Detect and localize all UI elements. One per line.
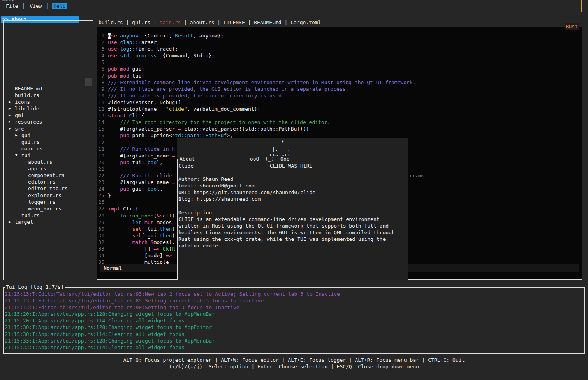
line-number: 9	[98, 86, 104, 92]
code-line: 4use std::process::{Command, Stdio};	[98, 52, 581, 59]
tab-main-rs[interactable]: main.rs	[160, 19, 181, 26]
tree-item-label: src	[15, 125, 24, 132]
line-number: 26	[98, 199, 104, 205]
line-number: 13	[98, 112, 104, 119]
tree-item-label: icons	[15, 99, 30, 105]
tree-item-label: main.rs	[21, 145, 43, 152]
chevron-right-icon: ▶	[9, 219, 15, 225]
tree-item-build-rs[interactable]: build.rs	[4, 92, 92, 99]
tree-item-tui-rs[interactable]: tui.rs	[4, 212, 92, 219]
code-text: #[arg(value_parser = clap::value_parser!…	[108, 125, 309, 132]
log-entry: 21:15:33:I:App:src/tui/app.rs:128:Changi…	[5, 338, 584, 344]
code-line: 12#[structopt(name = "clide", verbatim_d…	[98, 106, 581, 112]
code-text: use clap::Parser;	[108, 39, 160, 46]
code-text: impl Cli {	[108, 205, 138, 212]
clide-tui-app: { "colors": { "app_background": "#262626…	[0, 0, 588, 380]
tree-item-main-rs[interactable]: main.rs	[4, 145, 92, 152]
line-number: 1	[98, 32, 104, 39]
menu-item-label: Help	[53, 3, 65, 9]
menu-items: File│View│Help	[4, 3, 67, 9]
code-text: self.gui.then(	[108, 232, 175, 239]
tree-item-menu-bar-rs[interactable]: menu_bar.rs	[4, 205, 92, 212]
tree-item-label: explorer.rs	[28, 192, 62, 199]
menu-item-view[interactable]: View	[28, 3, 43, 9]
tree-item-src[interactable]: ▼src	[4, 125, 92, 132]
tree-item-label: resources	[15, 118, 42, 125]
code-line: 14 /// The root directory for the projec…	[98, 119, 581, 125]
tree-item-target[interactable]: ▶target	[4, 219, 92, 225]
about-popup-title: About	[179, 156, 195, 162]
line-number: 34	[98, 252, 104, 259]
tree-item-app-rs[interactable]: app.rs	[4, 165, 92, 172]
code-text: #[derive(Parser, Debug)]	[108, 99, 181, 106]
tree-item-icons[interactable]: ▶icons	[4, 99, 92, 105]
tree-item-component-rs[interactable]: component.rs	[4, 172, 92, 179]
tree-item-label: gui	[21, 132, 30, 139]
tree-item-about-rs[interactable]: about.rs	[4, 159, 92, 165]
code-text: pub tui: bool,	[108, 159, 163, 166]
line-number: 20	[98, 159, 104, 166]
line-number: 25	[98, 192, 104, 199]
tree-item-gui-rs[interactable]: gui.rs	[4, 139, 92, 145]
tree-item-qml[interactable]: ▶qml	[4, 112, 92, 118]
tab-readme-md[interactable]: README.md	[254, 19, 281, 26]
log-entry: 21:15:20:I:App:src/tui/app.rs:114:Cleari…	[5, 317, 584, 324]
tree-item-label: about.rs	[28, 159, 53, 165]
code-line: 10/// If no path is provided, the curren…	[98, 92, 581, 99]
tab-license[interactable]: LICENSE	[224, 19, 245, 26]
tree-item-label: build.rs	[15, 92, 39, 99]
code-line: 15 #[arg(value_parser = clap::value_pars…	[98, 125, 581, 132]
editor-mode-indicator: Normal	[104, 265, 122, 271]
tree-item-label: gui.rs	[21, 139, 40, 145]
line-number: 17	[98, 139, 104, 146]
code-line: 16 pub path: Option<std::path::PathBuf>,	[98, 132, 581, 139]
code-line: 7pub mod tui;	[98, 72, 581, 79]
chevron-right-icon: ▶	[9, 112, 15, 118]
ascii-art-border: -ooO--(_)--Ooo	[247, 156, 290, 162]
line-number: 6	[98, 65, 104, 72]
code-text: /// If no flags are provided, the GUI ed…	[108, 86, 349, 92]
tree-item-tui[interactable]: ▼tui	[4, 152, 92, 159]
tree-item-editor-tab-rs[interactable]: editor_tab.rs	[4, 185, 92, 192]
code-text: /// Extendable command-line driven devel…	[108, 79, 416, 86]
code-text: /// If no path is provided, the current …	[108, 92, 285, 99]
project-explorer-panel[interactable]: README.md build.rs ▶icons ▶libclide ▶qml…	[3, 20, 93, 280]
line-number: 32	[98, 239, 104, 246]
line-number: 19	[98, 152, 104, 159]
tree-item-logger-rs[interactable]: logger.rs	[4, 199, 92, 205]
tui-log-panel[interactable]: Tui Log [log=1.7/s] 21:15:13:T:EditorTab…	[3, 287, 585, 354]
tab-cargo-toml[interactable]: Cargo.toml	[290, 19, 321, 26]
log-entry: 21:15:13:T:EditorTab:src/tui/editor_tab.…	[5, 297, 584, 304]
tab-about-rs[interactable]: about.rs	[190, 19, 215, 26]
line-number: 18	[98, 146, 104, 152]
tab-gui-rs[interactable]: gui.rs	[132, 19, 150, 26]
tree-item-gui[interactable]: ▶gui	[4, 132, 92, 139]
line-number: 29	[98, 219, 104, 226]
editor-tab-bar: build.rs | gui.rs | main.rs | about.rs |…	[99, 19, 321, 26]
code-text: /// Run clide in h	[108, 146, 175, 152]
tree-item-label: editor_tab.rs	[28, 185, 68, 192]
menu-item-help[interactable]: Help	[52, 3, 67, 9]
menu-item-file[interactable]: File	[4, 3, 19, 9]
tab-separator: |	[282, 19, 290, 26]
code-text: let mut modes	[108, 219, 172, 226]
shortcut-bar: ALT+Q: Focus project explorer | ALT+W: F…	[0, 357, 588, 370]
tree-item-explorer-rs[interactable]: explorer.rs	[4, 192, 92, 199]
code-text: /// The root directory for the project t…	[108, 119, 330, 125]
tree-item-editor-rs[interactable]: editor.rs	[4, 179, 92, 185]
menu-item-label: File	[6, 3, 18, 9]
code-text: pub gui: bool,	[108, 186, 163, 192]
menu-bar: File│View│Help	[0, 0, 582, 12]
tab-separator: |	[123, 19, 132, 26]
chevron-right-icon: ▶	[9, 99, 15, 105]
log-panel-title: Tui Log [log=1.7/s]	[5, 284, 65, 290]
tree-item-readme-md[interactable]: README.md	[4, 85, 92, 92]
tab-build-rs[interactable]: build.rs	[99, 19, 123, 26]
line-number: 4	[98, 52, 104, 59]
line-number: 2	[98, 39, 104, 46]
log-lines: 21:15:13:T:EditorTab:src/tui/editor_tab.…	[4, 288, 584, 351]
tree-item-label: app.rs	[28, 165, 46, 172]
tree-item-libclide[interactable]: ▶libclide	[4, 105, 92, 112]
tree-item-resources[interactable]: ▶resources	[4, 118, 92, 125]
explorer-scrollbar-thumb[interactable]	[85, 78, 92, 86]
